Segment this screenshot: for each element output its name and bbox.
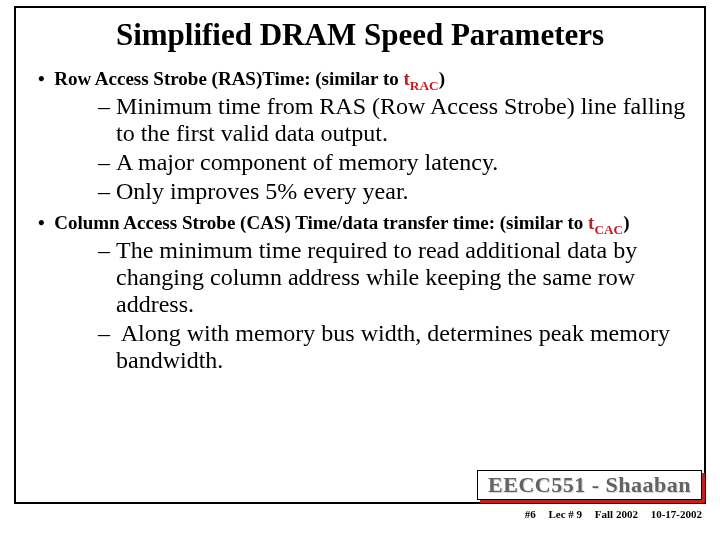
footer-page: #6 <box>525 508 536 520</box>
slide-title: Simplified DRAM Speed Parameters <box>40 18 680 52</box>
bullet-1-heading: • Row Access Strobe (RAS)Time: (similar … <box>38 68 686 91</box>
footer-term: Fall 2002 <box>595 508 638 520</box>
list-item: –The minimum time required to read addit… <box>98 237 686 318</box>
bullet-2-subitems: –The minimum time required to read addit… <box>98 237 686 373</box>
slide-frame: Simplified DRAM Speed Parameters • Row A… <box>14 6 706 504</box>
bullet-1-lead: Row Access Strobe (RAS)Time: (similar to <box>54 68 403 89</box>
bullet-2-heading: • Column Access Strobe (CAS) Time/data t… <box>38 212 686 235</box>
list-item: – Along with memory bus width, determine… <box>98 320 686 374</box>
list-item: –Only improves 5% every year. <box>98 178 686 205</box>
footer-date: 10-17-2002 <box>651 508 702 520</box>
footer-meta: #6 Lec # 9 Fall 2002 10-17-2002 <box>515 508 702 520</box>
bullet-1-subitems: –Minimum time from RAS (Row Access Strob… <box>98 93 686 205</box>
list-item: –Minimum time from RAS (Row Access Strob… <box>98 93 686 147</box>
footer-lec: Lec # 9 <box>548 508 582 520</box>
bullet-1-term: tRAC <box>404 68 439 89</box>
slide-content: • Row Access Strobe (RAS)Time: (similar … <box>38 68 686 373</box>
bullet-2-term: tCAC <box>588 212 623 233</box>
bullet-2-lead: Column Access Strobe (CAS) Time/data tra… <box>54 212 588 233</box>
footer-course: EECC551 - Shaaban <box>488 472 691 497</box>
list-item: –A major component of memory latency. <box>98 149 686 176</box>
footer-course-box: EECC551 - Shaaban <box>477 470 702 500</box>
